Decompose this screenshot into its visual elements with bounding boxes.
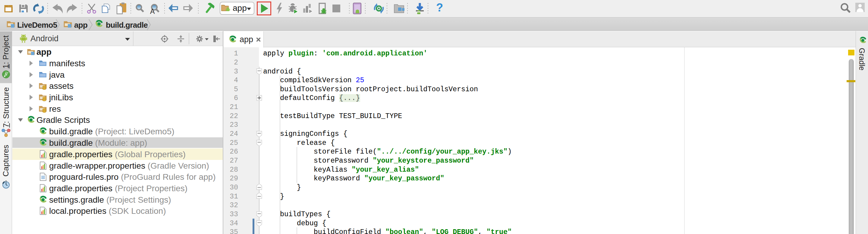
svg-text:A: A <box>150 7 155 14</box>
